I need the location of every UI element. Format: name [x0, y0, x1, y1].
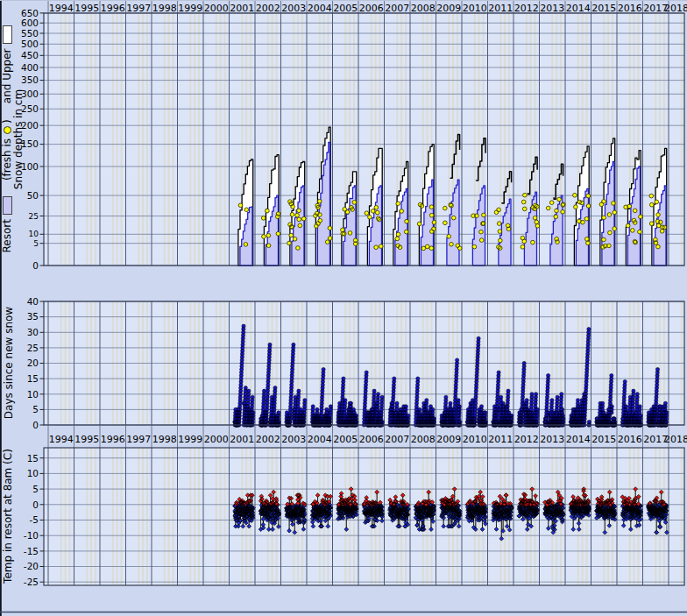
tick-label: 30	[27, 327, 39, 337]
month-stripe	[69, 448, 71, 585]
month-stripe	[117, 448, 118, 585]
month-stripe	[168, 13, 170, 266]
month-stripe	[146, 13, 148, 266]
year-label: 1997	[126, 434, 151, 445]
month-stripe	[220, 13, 222, 266]
month-stripe	[164, 13, 166, 266]
year-label: 2004	[308, 3, 332, 14]
year-label: 2008	[411, 434, 436, 445]
temp-axis-label: Temp in resort at 8am (C)	[1, 448, 15, 585]
month-stripe	[198, 448, 200, 585]
year-label: 1998	[152, 434, 177, 445]
year-label: 2010	[463, 434, 487, 445]
month-stripe	[95, 13, 96, 266]
upper-swatch-icon	[3, 25, 12, 44]
month-stripe	[121, 13, 123, 266]
year-label: 2009	[436, 434, 461, 445]
year-label: 2006	[359, 3, 384, 14]
month-stripe	[69, 13, 71, 266]
year-label: 2005	[333, 3, 358, 14]
tick-label: 40	[27, 296, 39, 307]
month-stripe	[586, 448, 588, 585]
year-label: 2016	[618, 3, 642, 14]
month-stripe	[138, 13, 139, 266]
tick-label: -10	[24, 530, 39, 541]
year-label: 2014	[566, 3, 591, 14]
tick-label: -15	[24, 546, 39, 556]
month-stripe	[65, 448, 67, 585]
tick-label: 15	[27, 453, 39, 464]
year-label: 1999	[178, 434, 202, 445]
month-stripe	[216, 448, 217, 585]
year-label: 2007	[385, 3, 409, 14]
year-label: 2012	[514, 434, 539, 445]
tick-label: 10	[27, 389, 39, 400]
month-stripe	[189, 13, 191, 266]
year-label: 1998	[152, 3, 177, 14]
tick-label: 5	[32, 404, 39, 414]
year-label: 2007	[385, 434, 409, 445]
year-label: 2005	[333, 434, 358, 445]
month-stripe	[216, 13, 217, 266]
tick-label: -25	[24, 577, 39, 587]
month-stripe	[138, 448, 139, 585]
tick-label: 10	[29, 230, 39, 238]
tick-label: -20	[24, 561, 39, 571]
tick-label: 35	[27, 311, 39, 322]
month-stripe	[121, 448, 123, 585]
tick-label: 20	[27, 358, 39, 368]
month-stripe	[189, 448, 191, 585]
year-label: 1995	[74, 434, 99, 445]
year-label: 1997	[126, 3, 151, 14]
days-axis-label: Days since new snow	[2, 301, 16, 425]
year-label: 2008	[411, 3, 436, 14]
year-label: 2013	[540, 3, 564, 14]
tick-label: 0	[32, 260, 39, 271]
fresh-snow-dot-icon	[4, 126, 11, 134]
month-stripe	[117, 13, 118, 266]
year-label: 1996	[101, 3, 125, 14]
year-label: 2000	[204, 3, 229, 14]
year-label: 2013	[540, 434, 564, 445]
month-stripe	[60, 448, 62, 585]
tick-label: 5	[33, 239, 39, 248]
snow-history-chart: 6506005505004504003503002502001501005025…	[0, 0, 687, 616]
tick-label: 0	[32, 420, 39, 430]
year-label: 1994	[49, 434, 74, 445]
month-stripe	[198, 13, 200, 266]
year-label: 2012	[514, 3, 539, 14]
year-label: 2009	[436, 3, 461, 14]
year-label: 2015	[591, 3, 616, 14]
month-stripe	[681, 13, 683, 266]
year-label: 2018	[664, 434, 687, 445]
month-stripe	[173, 448, 174, 585]
year-label: 2003	[281, 3, 306, 14]
month-stripe	[194, 13, 195, 266]
month-stripe	[173, 13, 174, 266]
resort-swatch-icon	[3, 196, 12, 215]
month-stripe	[142, 448, 144, 585]
year-label: 2010	[463, 3, 487, 14]
month-stripe	[224, 13, 226, 266]
year-label: 2003	[281, 434, 306, 445]
snow-depth-axis-label-line2: Snow depths in cm	[11, 14, 25, 265]
year-label: 1999	[178, 3, 202, 14]
year-label: 2006	[359, 434, 384, 445]
month-stripe	[90, 13, 92, 266]
month-stripe	[142, 13, 144, 266]
tick-label: 25	[27, 343, 39, 353]
month-stripe	[90, 448, 92, 585]
year-label: 2000	[204, 434, 229, 445]
year-label: 1994	[49, 3, 74, 14]
month-stripe	[60, 13, 62, 266]
year-label: 2016	[618, 434, 642, 445]
year-label: 2002	[256, 3, 280, 14]
month-stripe	[86, 13, 88, 266]
month-stripe	[86, 448, 88, 585]
year-label: 2001	[230, 434, 254, 445]
month-stripe	[112, 13, 114, 266]
tick-label: 25	[29, 212, 39, 221]
month-stripe	[164, 448, 166, 585]
month-stripe	[168, 448, 170, 585]
tick-label: 10	[27, 468, 39, 478]
